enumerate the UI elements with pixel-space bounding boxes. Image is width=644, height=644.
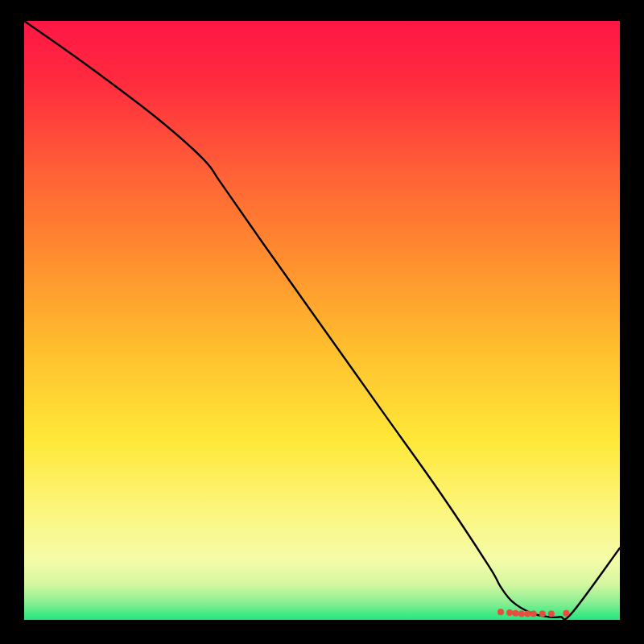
chart-frame: TheBottleneck.com	[0, 0, 644, 644]
marker-dot	[513, 610, 519, 617]
marker-dot	[524, 611, 530, 617]
gradient-background	[24, 21, 620, 620]
plot-area	[0, 0, 644, 644]
marker-dot	[506, 609, 513, 616]
marker-dot	[530, 611, 537, 617]
marker-dot	[497, 609, 504, 615]
marker-dot	[518, 611, 525, 617]
bottleneck-chart	[0, 0, 644, 644]
marker-dot	[539, 611, 546, 617]
marker-dot	[563, 610, 569, 617]
marker-dot	[548, 611, 555, 617]
